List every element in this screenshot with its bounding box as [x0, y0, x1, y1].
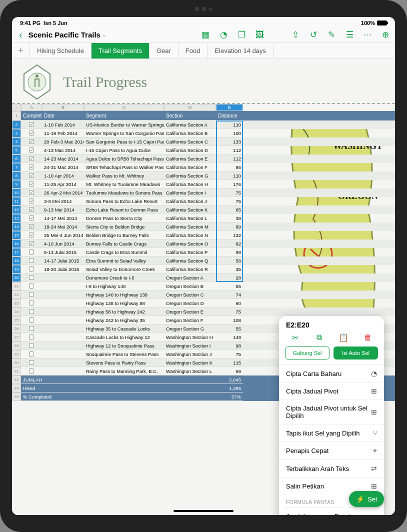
segment-cell[interactable]: Echo Lake Resort to Donner Pass [84, 206, 164, 214]
share-icon[interactable]: ⇪ [291, 30, 300, 40]
section-cell[interactable]: California Section K [164, 206, 216, 214]
section-cell[interactable]: Oregon Section C [164, 290, 216, 299]
distance-cell[interactable]: 99 [216, 248, 243, 256]
completed-checkbox[interactable]: ✓ [21, 129, 42, 138]
tab-elevation[interactable]: Elevation 14 days [208, 43, 274, 58]
date-cell[interactable] [42, 358, 84, 367]
col-header-A[interactable]: A [21, 104, 42, 111]
completed-checkbox[interactable]: ✓ [21, 180, 42, 188]
date-cell[interactable]: 4-10 Jun 2014 [42, 240, 84, 248]
segment-cell[interactable]: I-15 Cajon Pass to Agua Dulce [84, 146, 164, 154]
insert-media-icon[interactable]: 🖼 [255, 30, 264, 40]
date-cell[interactable]: 26 Apr-2 Mei 2014 [42, 188, 84, 197]
row-header[interactable]: 20 [12, 274, 21, 282]
popover-item[interactable]: Cipta Jadual Pivot⊞ [279, 382, 384, 400]
distance-cell[interactable]: 75 [216, 188, 243, 197]
merge-cells-button[interactable]: Gabung Sel [285, 346, 330, 360]
distance-cell[interactable]: 132 [216, 231, 243, 240]
section-cell[interactable]: California Section P [164, 248, 216, 256]
date-cell[interactable] [42, 274, 84, 282]
segment-cell[interactable]: Castle Crags to Etna Summit [84, 248, 164, 256]
section-cell[interactable]: California Section G [164, 172, 216, 180]
section-cell[interactable]: Washington Section L [164, 367, 216, 376]
section-cell[interactable]: Oregon Section E [164, 308, 216, 316]
distance-cell[interactable]: 110 [216, 172, 243, 180]
segment-cell[interactable]: Highway 138 to Highway 58 [84, 299, 164, 308]
completed-checkbox[interactable]: ✓ [21, 172, 42, 180]
distance-cell[interactable]: 74 [216, 290, 243, 299]
date-cell[interactable] [42, 290, 84, 299]
completed-checkbox[interactable] [21, 282, 42, 290]
row-header[interactable]: 35 [12, 392, 21, 401]
section-cell[interactable]: California Section M [164, 222, 216, 231]
distance-cell[interactable]: 75 [216, 197, 243, 206]
section-cell[interactable]: California Section A [164, 120, 216, 129]
segment-cell[interactable]: Etna Summit to Seiad Valley [84, 256, 164, 265]
row-header[interactable]: 32 [12, 376, 21, 384]
completed-checkbox[interactable]: ✓ [21, 120, 42, 129]
segment-cell[interactable]: Burney Falls to Castle Crags [84, 240, 164, 248]
date-cell[interactable]: 18-24 Mei 2014 [42, 222, 84, 231]
segment-cell[interactable]: Sierra City to Belden Bridge [84, 222, 164, 231]
footer-label[interactable]: JUMLAH [21, 376, 216, 384]
section-cell[interactable]: California Section R [164, 265, 216, 274]
date-cell[interactable]: 20 Feb-3 Mac 2014 [42, 138, 84, 146]
copy-icon[interactable]: ⧉ [314, 333, 326, 342]
table-header-cell[interactable]: Date [42, 111, 84, 120]
segment-cell[interactable]: Highway 12 to Snoqualmie Pass [84, 342, 164, 350]
segment-cell[interactable]: Highway 242 to Highway 35 [84, 316, 164, 324]
completed-checkbox[interactable] [21, 358, 42, 367]
tab-hiking-schedule[interactable]: Hiking Schedule [30, 43, 92, 58]
new-icon[interactable]: ⊕ [381, 30, 390, 40]
distance-cell[interactable]: 65 [216, 206, 243, 214]
row-header[interactable]: 16 [12, 240, 21, 248]
table-header-cell[interactable]: Completed [21, 111, 42, 120]
section-cell[interactable]: Oregon Section B [164, 282, 216, 290]
tab-gear[interactable]: Gear [150, 43, 178, 58]
distance-cell[interactable]: 35 [216, 265, 243, 274]
row-header[interactable]: 12 [12, 206, 21, 214]
completed-checkbox[interactable]: ✓ [21, 231, 42, 240]
completed-checkbox[interactable] [21, 290, 42, 299]
date-cell[interactable]: 3-8 Mei 2014 [42, 197, 84, 206]
footer-label[interactable]: % Completed [21, 392, 216, 401]
date-cell[interactable] [42, 308, 84, 316]
segment-cell[interactable]: Cascade Locks to Highway 12 [84, 333, 164, 342]
autofill-button[interactable]: Isi Auto Sel [334, 346, 378, 360]
date-cell[interactable]: 4-13 Mac 2014 [42, 146, 84, 154]
row-header[interactable]: 11 [12, 197, 21, 206]
row-header[interactable]: 33 [12, 384, 21, 392]
date-cell[interactable] [42, 299, 84, 308]
row-header[interactable]: 26 [12, 324, 21, 333]
distance-cell[interactable]: 108 [216, 316, 243, 324]
delete-icon[interactable]: 🗑 [362, 333, 374, 342]
completed-checkbox[interactable]: ✓ [21, 240, 42, 248]
section-cell[interactable]: California Section C [164, 138, 216, 146]
section-cell[interactable]: Oregon Section G [164, 324, 216, 333]
col-header-B[interactable]: B [42, 104, 84, 111]
row-header[interactable]: 30 [12, 358, 21, 367]
segment-cell[interactable]: Highway 140 to Highway 138 [84, 290, 164, 299]
distance-cell[interactable]: 148 [216, 333, 243, 342]
segment-cell[interactable]: Mt. Whitney to Tuolumne Meadows [84, 180, 164, 188]
home-indicator[interactable] [174, 510, 234, 512]
section-cell[interactable]: Oregon Section D [164, 299, 216, 308]
footer-value[interactable]: 1,495 [216, 384, 243, 392]
row-header[interactable]: 15 [12, 231, 21, 240]
row-header[interactable]: 17 [12, 248, 21, 256]
completed-checkbox[interactable]: ✓ [21, 154, 42, 163]
date-cell[interactable]: 11-19 Feb 2014 [42, 129, 84, 138]
date-cell[interactable]: 1-10 Feb 2014 [42, 120, 84, 129]
row-header[interactable]: 7 [12, 163, 21, 172]
row-header[interactable]: 4 [12, 138, 21, 146]
completed-checkbox[interactable]: ✓ [21, 206, 42, 214]
distance-cell[interactable]: 86 [216, 163, 243, 172]
row-header[interactable]: 8 [12, 172, 21, 180]
row-header[interactable]: 10 [12, 188, 21, 197]
row-header[interactable]: 23 [12, 299, 21, 308]
date-cell[interactable]: 11-25 Apr 2014 [42, 180, 84, 188]
distance-cell[interactable]: 69 [216, 367, 243, 376]
completed-checkbox[interactable]: ✓ [21, 138, 42, 146]
section-cell[interactable]: Oregon Section F [164, 316, 216, 324]
table-header-cell[interactable]: Section [164, 111, 216, 120]
